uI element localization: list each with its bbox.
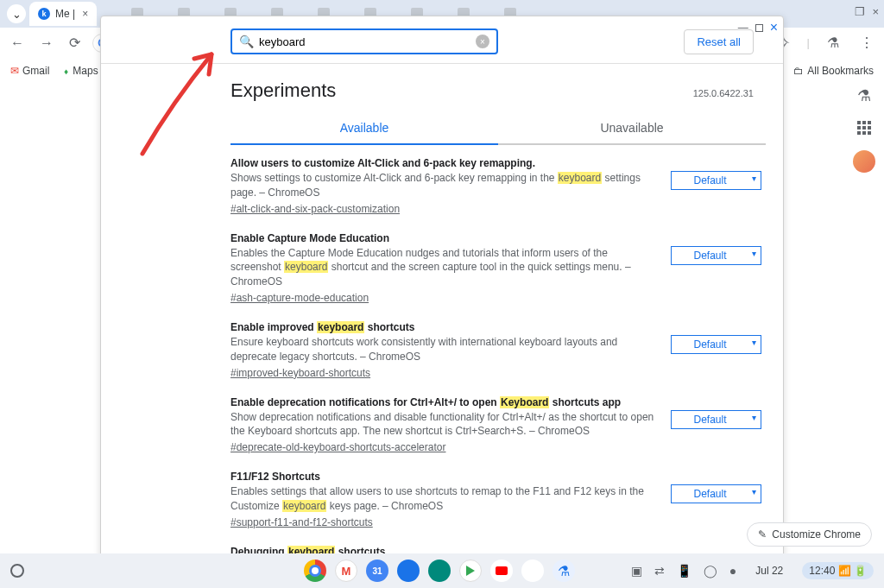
experiment-description: Show deprecation notifications and disab… — [230, 410, 655, 439]
stop-icon[interactable]: ◯ — [704, 564, 717, 578]
minimize-icon[interactable]: — — [738, 22, 748, 34]
experiment-title: Allow users to customize Alt-Click and 6… — [230, 157, 655, 169]
window-controls: — × — [738, 20, 778, 35]
experiment-title: F11/F12 Shortcuts — [230, 471, 655, 483]
search-icon: 🔍 — [239, 35, 254, 48]
tab-title: Me | — [55, 8, 75, 20]
quickshare-icon[interactable]: ⇄ — [654, 564, 665, 578]
pencil-icon: ✎ — [758, 528, 767, 541]
experiment-title: Enable deprecation notifications for Ctr… — [230, 396, 655, 408]
search-input[interactable] — [259, 35, 476, 48]
tab-favicon: k — [38, 8, 50, 20]
bookmark-gmail[interactable]: ✉Gmail — [10, 65, 49, 77]
content-area: Experiments 125.0.6422.31 Available Unav… — [101, 63, 783, 568]
experiment-hash-link[interactable]: #support-f11-and-f12-shortcuts — [230, 516, 373, 528]
search-box: 🔍 × — [230, 28, 498, 54]
experiment-hash-link[interactable]: #improved-keyboard-shortcuts — [230, 367, 370, 379]
side-icons: ⚗ — [853, 86, 875, 173]
meet-icon[interactable] — [428, 560, 451, 582]
close-icon[interactable]: × — [872, 5, 879, 18]
experiment-description: Ensure keyboard shortcuts work consisten… — [230, 335, 655, 364]
restore-icon[interactable]: ❐ — [855, 5, 865, 18]
experiment-title: Enable Capture Mode Education — [230, 232, 655, 244]
experiment-select[interactable]: Default — [671, 335, 761, 354]
shelf: M 31 ⚗ ▣ ⇄ 📱 ◯ ● Jul 22 12:40 📶 🔋 — [0, 553, 884, 588]
tab-available[interactable]: Available — [230, 112, 498, 145]
experiment-description: Enables the Capture Mode Education nudge… — [230, 246, 655, 289]
search-row: 🔍 × Reset all — [101, 16, 783, 63]
close-icon[interactable]: × — [770, 20, 778, 35]
back-icon[interactable]: ← — [7, 35, 28, 51]
experiment-description: Shows settings to customize Alt-Click an… — [230, 171, 655, 200]
browser-tab[interactable]: k Me | × — [29, 2, 97, 26]
avatar[interactable] — [853, 150, 875, 173]
forward-icon[interactable]: → — [36, 35, 57, 51]
reload-icon[interactable]: ⟳ — [66, 35, 84, 51]
tabs: Available Unavailable — [230, 112, 766, 145]
window-controls-outer: ❐ × — [855, 5, 879, 18]
experiment-hash-link[interactable]: #deprecate-old-keyboard-shortcuts-accele… — [230, 441, 445, 453]
add-icon[interactable]: ● — [729, 564, 736, 578]
experiments-list: Allow users to customize Alt-Click and 6… — [230, 145, 766, 568]
experiment-select[interactable]: Default — [671, 410, 761, 429]
folder-icon: 🗀 — [793, 65, 804, 77]
experiment-row: F11/F12 ShortcutsEnables settings that a… — [230, 460, 766, 535]
launcher-icon[interactable] — [10, 564, 24, 578]
bookmark-maps[interactable]: ⬧Maps — [63, 65, 98, 77]
system-tray: ▣ ⇄ 📱 ◯ ● Jul 22 12:40 📶 🔋 — [631, 562, 874, 579]
status-pill[interactable]: 12:40 📶 🔋 — [802, 562, 874, 579]
apps-grid-icon[interactable] — [857, 121, 871, 135]
experiment-row: Enable Capture Mode EducationEnables the… — [230, 222, 766, 311]
youtube-icon[interactable] — [490, 560, 513, 582]
experiment-hash-link[interactable]: #alt-click-and-six-pack-customization — [230, 203, 400, 215]
menu-icon[interactable]: ⋮ — [856, 35, 877, 51]
flask-icon[interactable]: ⚗ — [552, 560, 575, 582]
maximize-icon[interactable] — [755, 24, 763, 32]
close-icon[interactable]: × — [82, 8, 88, 20]
chrome-icon[interactable] — [304, 560, 326, 582]
date-label[interactable]: Jul 22 — [748, 562, 790, 579]
files-icon[interactable] — [397, 560, 420, 582]
photos-icon[interactable] — [521, 560, 544, 582]
all-bookmarks[interactable]: All Bookmarks — [807, 65, 874, 77]
experiment-select[interactable]: Default — [671, 171, 761, 190]
cast-icon[interactable]: ▣ — [631, 564, 642, 578]
experiment-title: Enable improved keyboard shortcuts — [230, 321, 655, 333]
gmail-icon[interactable]: M — [335, 560, 357, 582]
clear-icon[interactable]: × — [476, 35, 489, 48]
play-icon[interactable] — [459, 560, 482, 582]
experiment-select[interactable]: Default — [671, 246, 761, 265]
tab-dropdown[interactable]: ⌄ — [7, 4, 26, 23]
experiment-description: Enables settings that allow users to use… — [230, 484, 655, 514]
shelf-apps: M 31 ⚗ — [304, 560, 575, 582]
experiment-row: Allow users to customize Alt-Click and 6… — [230, 147, 766, 222]
experiment-hash-link[interactable]: #ash-capture-mode-education — [230, 292, 369, 304]
calendar-icon[interactable]: 31 — [366, 560, 388, 582]
phone-icon[interactable]: 📱 — [677, 564, 691, 578]
experiments-panel: — × 🔍 × Reset all Experiments 125.0.6422… — [100, 16, 784, 568]
experiment-row: Enable improved keyboard shortcutsEnsure… — [230, 311, 766, 386]
labs-icon[interactable]: ⚗ — [824, 35, 843, 51]
experiment-select[interactable]: Default — [671, 484, 761, 503]
experiment-row: Enable deprecation notifications for Ctr… — [230, 386, 766, 461]
labs-icon[interactable]: ⚗ — [857, 86, 871, 105]
tab-unavailable[interactable]: Unavailable — [498, 112, 766, 145]
customize-chrome-button[interactable]: ✎ Customize Chrome — [747, 522, 872, 547]
version-label: 125.0.6422.31 — [693, 88, 754, 98]
page-title: Experiments — [230, 79, 336, 102]
